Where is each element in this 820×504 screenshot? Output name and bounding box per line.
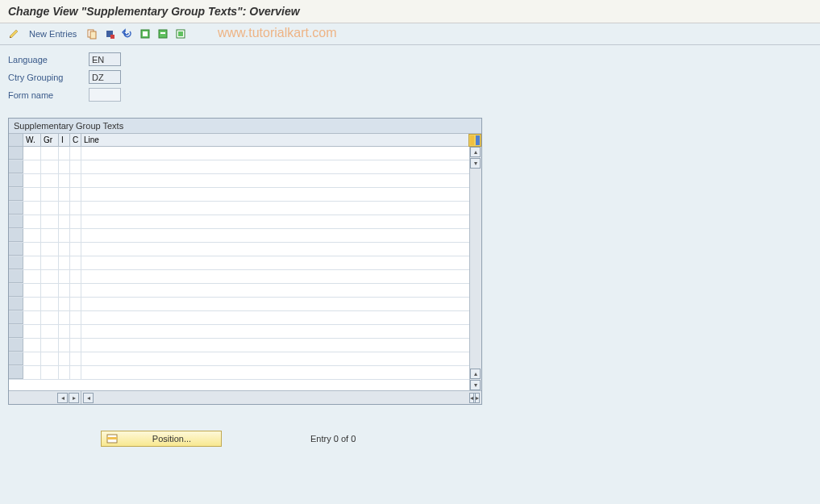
svg-rect-10 <box>470 135 474 145</box>
hscroll-fixed: ◂ ▸ <box>9 391 81 404</box>
select-all-column[interactable] <box>9 134 23 146</box>
table-row[interactable] <box>9 256 481 270</box>
scroll-up-icon[interactable]: ▴ <box>470 147 481 157</box>
form-row-form-name: Form name <box>8 87 812 102</box>
table-row[interactable] <box>9 366 481 380</box>
table-row[interactable] <box>9 284 481 298</box>
scroll-left-fixed-icon[interactable]: ◂ <box>57 393 68 403</box>
toolbar: New Entries www.tutorialkart.com <box>0 23 820 45</box>
delete-icon[interactable] <box>102 27 117 41</box>
table-title: Supplementary Group Texts <box>9 119 481 134</box>
column-gr[interactable]: Gr <box>41 134 59 146</box>
table-row[interactable] <box>9 215 481 229</box>
select-all-icon[interactable] <box>138 27 152 41</box>
watermark-text: www.tutorialkart.com <box>218 26 337 40</box>
table-row[interactable] <box>9 270 481 284</box>
footer: Position... Entry 0 of 0 <box>0 424 820 453</box>
table-row[interactable] <box>9 188 481 202</box>
language-input[interactable] <box>89 52 121 66</box>
svg-rect-11 <box>476 135 480 145</box>
table-row[interactable] <box>9 311 481 325</box>
form-row-language: Language <box>8 52 812 67</box>
horizontal-scrollbar: ◂ ▸ ◂ ◂ ▸ <box>9 390 481 404</box>
position-button[interactable]: Position... <box>101 431 222 447</box>
table-row[interactable] <box>9 160 481 174</box>
table-row[interactable] <box>9 174 481 188</box>
toggle-change-icon[interactable] <box>6 27 21 41</box>
table-row[interactable] <box>9 352 481 366</box>
deselect-all-icon[interactable] <box>173 27 188 41</box>
scroll-right-icon[interactable]: ▸ <box>475 393 480 403</box>
scroll-down2-icon[interactable]: ▾ <box>470 380 481 390</box>
form-row-ctry-grouping: Ctry Grouping <box>8 69 812 85</box>
form-name-input[interactable] <box>89 88 121 102</box>
scroll-right-fixed-icon[interactable]: ▸ <box>69 393 79 403</box>
language-label: Language <box>8 55 89 65</box>
hscroll-main[interactable]: ◂ ◂ ▸ <box>81 391 481 404</box>
vertical-scrollbar[interactable]: ▴ ▾ ▴ ▾ <box>469 147 481 390</box>
column-line[interactable]: Line <box>81 134 481 146</box>
column-c[interactable]: C <box>70 134 81 146</box>
scroll-left-icon[interactable]: ◂ <box>83 393 94 403</box>
page-title: Change View "Supplementary Group Texts":… <box>0 0 820 23</box>
table-row[interactable] <box>9 229 481 243</box>
scroll-up2-icon[interactable]: ▴ <box>470 369 481 379</box>
column-i[interactable]: I <box>59 134 70 146</box>
svg-rect-9 <box>178 31 183 36</box>
ctry-grouping-label: Ctry Grouping <box>8 73 89 82</box>
svg-rect-3 <box>110 35 114 39</box>
table-config-icon[interactable] <box>468 134 481 147</box>
svg-rect-5 <box>143 31 148 36</box>
svg-rect-13 <box>107 437 117 439</box>
table-row[interactable] <box>9 147 481 160</box>
form-name-label: Form name <box>8 90 89 100</box>
table-row[interactable] <box>9 202 481 215</box>
scroll-down-icon[interactable]: ▾ <box>470 158 481 169</box>
table-row[interactable] <box>9 243 481 256</box>
table-header: W. Gr I C Line <box>9 134 481 147</box>
column-w[interactable]: W. <box>23 134 41 146</box>
position-label: Position... <box>123 434 221 444</box>
ctry-grouping-input[interactable] <box>89 70 121 84</box>
undo-icon[interactable] <box>120 27 135 41</box>
table-body: ▴ ▾ ▴ ▾ <box>9 147 481 390</box>
select-block-icon[interactable] <box>156 27 170 41</box>
form-area: Language Ctry Grouping Form name <box>0 45 820 111</box>
new-entries-button[interactable]: New Entries <box>24 27 81 40</box>
table-row[interactable] <box>9 298 481 311</box>
svg-rect-7 <box>160 32 165 34</box>
table-container: Supplementary Group Texts W. Gr I C Line… <box>8 118 482 405</box>
table-row[interactable] <box>9 339 481 352</box>
copy-icon[interactable] <box>85 27 99 41</box>
table-row[interactable] <box>9 325 481 339</box>
svg-rect-1 <box>90 31 96 39</box>
scroll-left2-icon[interactable]: ◂ <box>469 393 474 403</box>
position-icon <box>105 431 119 446</box>
entry-info: Entry 0 of 0 <box>310 434 356 444</box>
